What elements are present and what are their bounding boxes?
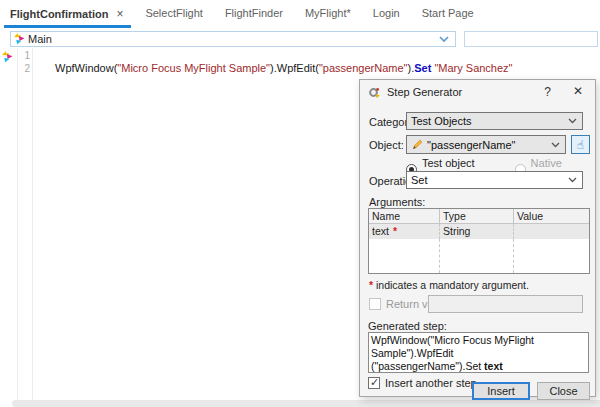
tab-flightfinder[interactable]: FlightFinder (225, 7, 283, 26)
uft-editor-screen: FlightConfirmation× SelectFlight FlightF… (0, 0, 600, 407)
generated-step-line: ("passengerName").Set text (371, 360, 586, 373)
tab-selectflight[interactable]: SelectFlight (145, 7, 202, 26)
argument-value-cell[interactable] (514, 224, 589, 239)
category-value: Test Objects (411, 115, 472, 127)
return-value-field (428, 295, 583, 313)
arguments-table: Name Type Value text* String (368, 208, 590, 274)
step-generator-icon (368, 86, 381, 101)
gutter-divider (32, 48, 33, 400)
secondary-toolbar-field[interactable] (464, 31, 598, 47)
horizontal-scrollbar[interactable] (12, 400, 600, 407)
code-token-keyword: Set (414, 62, 431, 74)
chevron-down-icon (568, 118, 577, 124)
chevron-down-icon (551, 142, 560, 148)
action-icon (1, 49, 14, 67)
tab-login[interactable]: Login (373, 7, 400, 26)
select-object-pointer-button[interactable]: ☝ (571, 135, 590, 154)
close-tab-icon[interactable]: × (116, 7, 123, 21)
close-icon[interactable]: ✕ (573, 84, 583, 98)
generated-step-box[interactable]: WpfWindow("Micro Focus MyFlight Sample")… (368, 332, 589, 373)
generated-step-line: WpfWindow("Micro Focus MyFlight Sample")… (371, 334, 586, 360)
object-select[interactable]: "passengerName" (406, 135, 566, 154)
operation-value: Set (411, 174, 428, 186)
gutter-divider (17, 48, 18, 400)
insert-another-step-label: Insert another step (385, 377, 477, 389)
line-number: 2 (18, 63, 30, 74)
operation-select[interactable]: Set (406, 171, 583, 189)
generated-step-argument: text (484, 360, 503, 372)
chevron-down-icon (439, 36, 449, 43)
chevron-down-icon (568, 177, 577, 183)
dialog-title: Step Generator (387, 86, 462, 98)
table-row[interactable]: text* String (369, 224, 589, 239)
insert-another-step-checkbox[interactable] (368, 377, 380, 389)
step-generator-dialog: Step Generator ? ✕ Category: Test Object… (359, 79, 596, 397)
object-label: Object: (369, 139, 404, 151)
action-bar: Main (0, 31, 600, 48)
help-icon[interactable]: ? (544, 85, 551, 99)
code-token: ).WpfEdit( (270, 62, 319, 74)
action-icon (13, 32, 26, 47)
code-token-string: "passengerName" (319, 62, 408, 74)
tab-label: FlightConfirmation (10, 8, 108, 20)
column-header-type: Type (440, 209, 514, 223)
object-value: "passengerName" (427, 139, 516, 151)
edit-pencil-icon (411, 139, 423, 151)
argument-name-cell: text* (369, 224, 440, 239)
tab-startpage[interactable]: Start Page (422, 7, 474, 26)
insert-another-step-row: Insert another step (368, 377, 477, 389)
code-token-string: "Micro Focus MyFlight Sample" (117, 62, 270, 74)
table-empty-area (369, 239, 589, 273)
arguments-label: Arguments: (369, 196, 425, 208)
action-selector[interactable]: Main (10, 31, 456, 47)
code-editor-line[interactable]: WpfWindow("Micro Focus MyFlight Sample")… (55, 62, 513, 74)
generated-step-label: Generated step: (368, 320, 447, 332)
arguments-table-header: Name Type Value (369, 209, 589, 224)
pointing-hand-icon: ☝ (577, 138, 584, 152)
code-token: WpfWindow( (55, 62, 117, 74)
argument-type-cell: String (440, 224, 514, 239)
mandatory-star: * (393, 225, 397, 237)
document-tabbar: FlightConfirmation× SelectFlight FlightF… (0, 0, 600, 29)
return-value-checkbox (369, 298, 381, 310)
mandatory-note: * indicates a mandatory argument. (369, 279, 529, 291)
insert-button[interactable]: Insert (472, 382, 530, 400)
code-token-string: "Mary Sanchez" (431, 62, 512, 74)
tab-myflight[interactable]: MyFlight* (305, 7, 351, 26)
close-button[interactable]: Close (537, 382, 590, 400)
column-header-value: Value (514, 209, 589, 223)
tab-flightconfirmation[interactable]: FlightConfirmation× (10, 7, 123, 28)
column-header-name: Name (369, 209, 440, 223)
category-select[interactable]: Test Objects (406, 112, 583, 130)
action-selector-value: Main (28, 33, 52, 45)
line-number: 1 (18, 50, 30, 61)
